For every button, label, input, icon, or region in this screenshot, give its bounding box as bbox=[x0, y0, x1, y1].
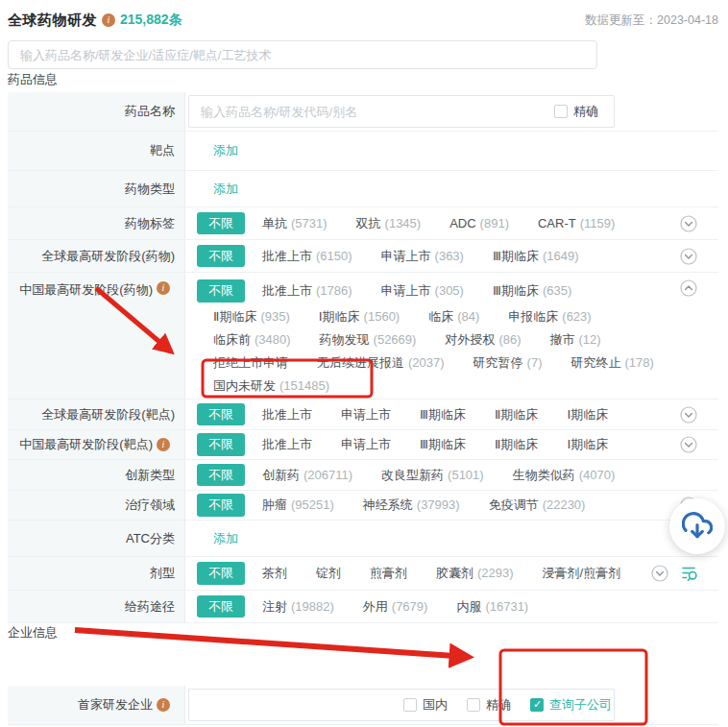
unlimited-button[interactable]: 不限 bbox=[197, 464, 245, 487]
option-count: (206711) bbox=[303, 468, 352, 482]
option-text: 药物发现 bbox=[320, 332, 370, 347]
filter-option[interactable]: 批准上市(6150) bbox=[262, 248, 352, 265]
filter-row-drug-tag: 药物标签不限单抗(5731)双抗(1345)ADC(891)CAR-T(1159… bbox=[8, 207, 718, 240]
info-icon[interactable]: i bbox=[157, 438, 170, 451]
filter-row-label-text: 全球最高研发阶段(药物) bbox=[41, 248, 175, 265]
filter-option[interactable]: 单抗(5731) bbox=[262, 215, 328, 232]
filter-option[interactable]: 申请上市(305) bbox=[381, 282, 464, 300]
filter-option[interactable]: CAR-T(1159) bbox=[538, 216, 615, 230]
filter-option[interactable]: 煎膏剂 bbox=[370, 565, 407, 582]
checkbox-icon[interactable] bbox=[467, 698, 480, 712]
add-link-atc-class[interactable]: 添加 bbox=[213, 530, 665, 547]
filter-option[interactable]: 生物类似药(4070) bbox=[513, 467, 616, 484]
checkbox-icon[interactable] bbox=[403, 698, 417, 712]
filter-option[interactable]: 锭剂 bbox=[316, 565, 341, 582]
filter-option[interactable]: Ⅱ期临床(935) bbox=[213, 308, 290, 326]
exact-checkbox[interactable]: 精确 bbox=[554, 103, 598, 120]
chevron-down-icon[interactable] bbox=[680, 248, 697, 265]
filter-option[interactable]: Ⅰ期临床 bbox=[567, 436, 608, 453]
add-link-drug-type[interactable]: 添加 bbox=[213, 181, 665, 198]
checkbox-icon[interactable] bbox=[554, 105, 568, 118]
filter-option[interactable]: 茶剂 bbox=[262, 565, 287, 582]
option-line: 不限肿瘤(95251)神经系统(37993)免疫调节(22230) bbox=[185, 494, 665, 517]
info-icon[interactable]: i bbox=[102, 13, 115, 27]
filter-option[interactable]: 批准上市 bbox=[262, 436, 312, 453]
unlimited-button[interactable]: 不限 bbox=[197, 245, 245, 268]
filter-option[interactable]: 创新药(206711) bbox=[262, 467, 352, 484]
filter-option[interactable]: 药物发现(52669) bbox=[320, 331, 417, 349]
add-link-target[interactable]: 添加 bbox=[213, 142, 665, 159]
option-text: 双抗 bbox=[356, 216, 381, 230]
filter-option[interactable]: 批准上市 bbox=[262, 406, 312, 424]
filter-option[interactable]: 浸膏剂/煎膏剂 bbox=[543, 565, 621, 582]
filter-row-therapy-area: 治疗领域不限肿瘤(95251)神经系统(37993)免疫调节(22230) bbox=[8, 491, 718, 521]
filter-option[interactable]: ADC(891) bbox=[449, 216, 509, 230]
chevron-down-icon[interactable] bbox=[680, 215, 697, 232]
unlimited-button[interactable]: 不限 bbox=[197, 212, 245, 235]
filter-option[interactable]: 申请上市 bbox=[341, 406, 391, 424]
unlimited-button[interactable]: 不限 bbox=[197, 433, 245, 456]
chevron-down-icon[interactable] bbox=[651, 565, 668, 582]
filter-option[interactable]: 神经系统(37993) bbox=[363, 497, 460, 514]
annotation-arrow-subsidiary bbox=[75, 630, 469, 657]
checked-checkbox-subsidiary[interactable]: 查询子公司 bbox=[530, 696, 612, 714]
unlimited-button[interactable]: 不限 bbox=[197, 562, 245, 585]
unlimited-button[interactable]: 不限 bbox=[197, 494, 245, 517]
filter-row-label-china-stage-target: 中国最高研发阶段(靶点)i bbox=[8, 430, 185, 459]
filter-option[interactable]: Ⅰ期临床 bbox=[567, 406, 608, 424]
option-text: 申请上市 bbox=[341, 437, 391, 451]
main-search-input[interactable] bbox=[9, 48, 596, 62]
filter-option[interactable]: Ⅱ期临床 bbox=[495, 406, 538, 424]
filter-option[interactable]: 研究暂停(7) bbox=[473, 354, 543, 372]
filter-option[interactable]: 拒绝上市申请 bbox=[213, 354, 288, 372]
filter-option[interactable]: 肿瘤(95251) bbox=[262, 497, 334, 514]
filter-option[interactable]: 无后续进展报道(2037) bbox=[317, 354, 445, 372]
cloud-download-button[interactable] bbox=[669, 498, 725, 554]
filter-option[interactable]: 临床(84) bbox=[428, 308, 479, 326]
filter-option[interactable]: 胶囊剂(2293) bbox=[436, 565, 514, 582]
drug-name-row: 药品名称 精确 bbox=[8, 92, 718, 131]
filter-option[interactable]: Ⅰ期临床(1560) bbox=[319, 308, 400, 326]
filter-option[interactable]: 申请上市 bbox=[341, 436, 391, 453]
filter-option[interactable]: 申报临床(623) bbox=[508, 308, 591, 326]
filter-option[interactable]: 批准上市(1786) bbox=[262, 282, 352, 300]
chevron-down-icon[interactable] bbox=[680, 406, 697, 424]
filter-option[interactable]: 改良型新药(5101) bbox=[381, 467, 484, 484]
info-icon[interactable]: i bbox=[157, 281, 170, 295]
checkbox-icon[interactable] bbox=[530, 698, 544, 712]
drug-name-input[interactable] bbox=[189, 105, 554, 119]
filter-option[interactable]: Ⅲ期临床 bbox=[420, 406, 466, 424]
filter-row-label-text: 中国最高研发阶段(靶点) bbox=[19, 436, 153, 453]
filter-option[interactable]: Ⅲ期临床 bbox=[420, 436, 466, 453]
filter-option[interactable]: 免疫调节(22230) bbox=[489, 497, 586, 514]
filter-search-icon[interactable] bbox=[680, 564, 699, 583]
filter-option[interactable]: 申请上市(363) bbox=[381, 248, 464, 265]
option-count: (178) bbox=[624, 355, 653, 370]
company-name-input[interactable] bbox=[189, 698, 403, 713]
filter-option[interactable]: 临床前(3480) bbox=[213, 331, 291, 349]
option-count: (891) bbox=[480, 216, 509, 230]
option-count: (95251) bbox=[291, 497, 334, 512]
unlimited-button[interactable]: 不限 bbox=[197, 403, 245, 426]
unlimited-button[interactable]: 不限 bbox=[197, 279, 245, 303]
filter-option[interactable]: Ⅲ期临床(635) bbox=[493, 282, 571, 300]
filter-option[interactable]: 国内未研发(151485) bbox=[213, 377, 329, 395]
filter-option[interactable]: 研究终止(178) bbox=[570, 354, 653, 372]
chevron-down-icon[interactable] bbox=[680, 436, 697, 453]
checkbox-domestic[interactable]: 国内 bbox=[403, 696, 448, 714]
filter-option[interactable]: 注射(19882) bbox=[262, 598, 334, 616]
filter-option[interactable]: 内服(16731) bbox=[456, 598, 528, 616]
filter-option[interactable]: 双抗(1345) bbox=[356, 215, 422, 232]
filter-option[interactable]: 外用(7679) bbox=[363, 598, 428, 616]
option-text: 申请上市 bbox=[381, 283, 431, 298]
info-icon[interactable]: i bbox=[157, 698, 170, 712]
filter-option[interactable]: Ⅲ期临床(1649) bbox=[493, 248, 579, 265]
chevron-up-icon[interactable] bbox=[680, 279, 697, 297]
filter-option[interactable]: Ⅱ期临床 bbox=[495, 436, 538, 453]
unlimited-button[interactable]: 不限 bbox=[197, 595, 245, 618]
option-count: (305) bbox=[435, 283, 464, 298]
filter-option[interactable]: 撤市(12) bbox=[550, 331, 601, 349]
filter-option[interactable]: 对外授权(86) bbox=[445, 331, 521, 349]
filter-row-content: 不限肿瘤(95251)神经系统(37993)免疫调节(22230) bbox=[185, 491, 718, 520]
checkbox-exact[interactable]: 精确 bbox=[467, 696, 511, 714]
